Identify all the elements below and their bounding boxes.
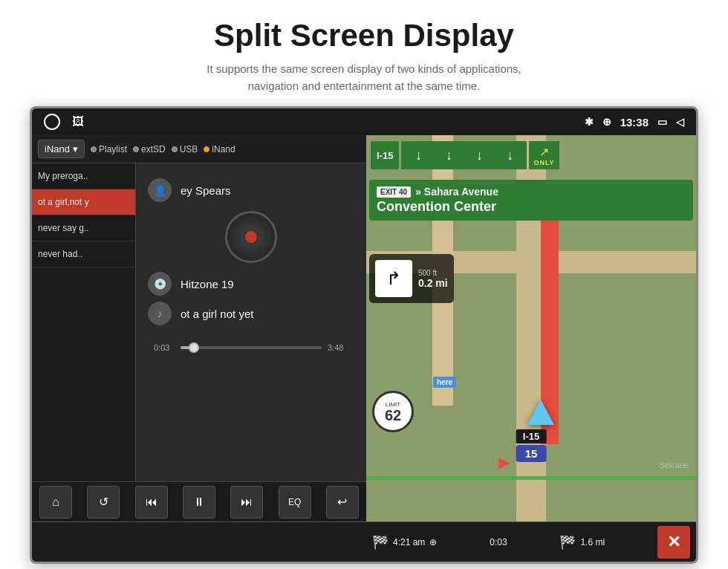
- turn-indicator: ↱ 500 ft 0.2 mi: [369, 254, 454, 303]
- status-time: 13:38: [620, 116, 649, 129]
- nav-direction-sign: EXIT 40 » Sahara Avenue Convention Cente…: [369, 180, 693, 221]
- source-dropdown[interactable]: iNand ▾: [38, 140, 85, 158]
- home-button[interactable]: ⌂: [39, 486, 72, 518]
- speed-limit-sign: LIMIT 62: [372, 391, 414, 432]
- source-options: Playlist extSD USB iNand: [91, 144, 235, 155]
- playlist-item-2[interactable]: never say g..: [32, 215, 135, 241]
- album-art-row: [148, 208, 354, 266]
- green-arrows-container: ↓ ↓ ↓ ↓: [401, 141, 527, 169]
- remaining-dist: 1.6 mi: [580, 537, 605, 547]
- arrow-down-2: ↓: [435, 143, 463, 168]
- close-button[interactable]: ✕: [657, 526, 690, 559]
- eta-time: 4:21 am: [393, 537, 425, 547]
- source-option-playlist[interactable]: Playlist: [91, 144, 127, 155]
- back-button[interactable]: ↩: [326, 486, 359, 518]
- back-icon: ◁: [676, 116, 684, 128]
- nav-pointer-triangle: [527, 400, 554, 425]
- arrow-down-4: ↓: [495, 143, 524, 168]
- progress-bar-container: 0:03 3:48: [154, 343, 348, 352]
- play-pause-button[interactable]: ⏸: [183, 486, 215, 518]
- status-image-icon: 🖼: [72, 115, 84, 129]
- track-icon: ♪: [148, 302, 172, 325]
- source-label-inand: iNand: [212, 144, 235, 155]
- turn-distance-info: 500 ft 0.2 mi: [418, 269, 448, 289]
- source-label-extsd: extSD: [141, 144, 166, 155]
- watermark: Seicane: [659, 461, 689, 469]
- source-bar: iNand ▾ Playlist extSD USB: [32, 135, 366, 163]
- time-current: 0:03: [154, 343, 175, 352]
- nav-pointer: [527, 400, 554, 425]
- source-dropdown-label: iNand: [45, 143, 70, 155]
- progress-section: 0:03 3:48: [148, 337, 354, 358]
- source-label-playlist: Playlist: [99, 144, 127, 155]
- nav-bottom-right: 🏁 4:21 am ⊕ 0:03 🏁 1.6 mi ✕: [366, 526, 696, 559]
- here-logo: here: [433, 377, 456, 388]
- flag-icon-start: 🏁: [372, 534, 389, 550]
- now-playing: 👤 ey Spears 💿 Hitzone 19: [136, 163, 366, 481]
- speed-number: 62: [385, 408, 401, 423]
- eq-button[interactable]: EQ: [279, 486, 311, 518]
- album-row: 💿 Hitzone 19: [148, 272, 354, 296]
- nav-bottom-bar: 🏁 4:21 am ⊕ 0:03 🏁 1.6 mi ✕: [32, 521, 696, 562]
- prev-button[interactable]: ⏮: [135, 486, 168, 518]
- page-title: Split Screen Display: [30, 18, 698, 53]
- album-name: Hitzone 19: [181, 278, 234, 290]
- highway-label: I-15: [371, 141, 399, 169]
- status-bar: 🖼 ✱ ⊕ 13:38 ▭ ◁: [32, 108, 696, 135]
- status-circle-icon: [44, 114, 60, 130]
- elapsed-time: 0:03: [490, 537, 507, 547]
- playlist-item-0[interactable]: My preroga..: [32, 163, 135, 189]
- only-arrow-icon: ↗: [539, 145, 549, 159]
- remaining-block: 🏁 1.6 mi: [559, 534, 605, 550]
- radio-dot-usb: [172, 146, 178, 152]
- source-option-usb[interactable]: USB: [172, 144, 198, 155]
- time-total: 3:48: [328, 343, 348, 352]
- exit-text: » Sahara Avenue: [415, 186, 498, 198]
- source-label-usb: USB: [180, 144, 198, 155]
- bluetooth-icon: ✱: [585, 116, 594, 128]
- highway-badge-label: I-15: [516, 429, 547, 443]
- next-button[interactable]: ⏭: [230, 486, 263, 518]
- arrow-down-1: ↓: [404, 143, 432, 168]
- highway-badge-map: I-15 15: [516, 429, 547, 462]
- progress-track[interactable]: [181, 346, 322, 349]
- road-green-line: [366, 476, 696, 480]
- radio-dot-playlist: [91, 146, 97, 152]
- music-body: My preroga.. ot a girl,not y never say g…: [32, 163, 366, 481]
- arrow-down-3: ↓: [465, 143, 493, 168]
- page-subtitle: It supports the same screen display of t…: [30, 61, 698, 94]
- album-art-center: [244, 230, 259, 244]
- track-row: ♪ ot a girl not yet: [148, 302, 354, 325]
- turn-icon: ↱: [386, 268, 401, 289]
- artist-icon: 👤: [148, 178, 172, 202]
- playlist-item-3[interactable]: never had..: [32, 241, 135, 267]
- source-option-extsd[interactable]: extSD: [133, 144, 166, 155]
- turn-feet: 500 ft: [418, 269, 448, 277]
- controls-bar: ⌂ ↺ ⏮ ⏸ ⏭ EQ ↩: [32, 481, 366, 521]
- progress-thumb[interactable]: [189, 342, 199, 353]
- artist-name: ey Spears: [181, 184, 231, 197]
- track-name: ot a girl not yet: [181, 308, 253, 320]
- exit-row: EXIT 40 » Sahara Avenue: [377, 186, 686, 198]
- exit-badge: EXIT 40: [377, 186, 411, 198]
- eta-block: 🏁 4:21 am ⊕: [372, 534, 437, 550]
- eta-icon: ⊕: [429, 537, 437, 547]
- repeat-button[interactable]: ↺: [87, 486, 120, 518]
- highway-id: I-15: [377, 150, 393, 161]
- red-arrow: ▶: [498, 453, 510, 471]
- playlist-item-1[interactable]: ot a girl,not y: [32, 189, 135, 215]
- music-panel: iNand ▾ Playlist extSD USB: [32, 135, 366, 521]
- highway-shield: 15: [516, 445, 547, 462]
- nav-panel: I-15 ↓ ↓ ↓ ↓ ↗ ONLY EX: [366, 135, 696, 521]
- turn-distance-mi: 0.2 mi: [418, 277, 448, 289]
- playlist-sidebar: My preroga.. ot a girl,not y never say g…: [32, 163, 136, 481]
- device-frame: 🖼 ✱ ⊕ 13:38 ▭ ◁ iNand ▾ Playlist: [30, 106, 698, 564]
- only-sign: ↗ ONLY: [529, 141, 559, 169]
- main-content: iNand ▾ Playlist extSD USB: [32, 135, 696, 521]
- radio-dot-extsd: [133, 146, 139, 152]
- flag-icon-end: 🏁: [559, 534, 576, 550]
- source-option-inand[interactable]: iNand: [204, 144, 235, 155]
- only-label: ONLY: [533, 159, 554, 166]
- page-header: Split Screen Display It supports the sam…: [0, 0, 728, 106]
- turn-icon-box: ↱: [375, 260, 412, 297]
